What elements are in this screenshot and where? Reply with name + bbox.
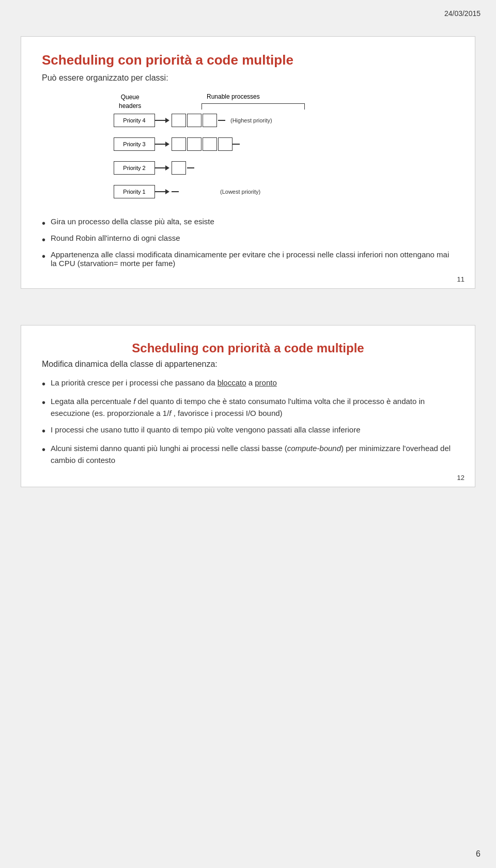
slide-2: Scheduling con priorità a code multiple … (21, 325, 475, 487)
slide2-bullet-list: La priorità cresce per i processi che pa… (42, 377, 454, 466)
slide2-bullet-3: I processi che usano tutto il quanto di … (42, 424, 454, 438)
slide2-bullet-4: Alcuni sistemi danno quanti più lunghi a… (42, 443, 454, 466)
priority4-box: Priority 4 (114, 114, 155, 127)
queue-diagram: Queueheaders Runable processes Priority … (103, 93, 393, 207)
p2-arrow-line (155, 167, 165, 168)
slide1-bullet-list: Gira un processo della classe più alta, … (42, 217, 454, 268)
p4-queue-box2 (187, 114, 202, 127)
priority1-row: Priority 1 (Lowest priority) (114, 185, 260, 198)
pronto-underline: pronto (255, 378, 277, 387)
p4-arrow-line (155, 120, 165, 121)
bullet-item-2: Round Robin all'interno di ogni classe (42, 234, 454, 246)
p4-arrow-head (165, 118, 169, 123)
p3-arrow-line (155, 144, 165, 145)
priority3-box: Priority 3 (114, 137, 155, 151)
highest-priority-label: (Highest priority) (230, 117, 272, 123)
slide2-title: Scheduling con priorità a code multiple (42, 341, 454, 355)
slide2-number: 12 (457, 474, 464, 482)
p3-end-line (233, 144, 240, 145)
slide2-bullet-1: La priorità cresce per i processi che pa… (42, 377, 454, 391)
bullet-item-1: Gira un processo della classe più alta, … (42, 217, 454, 229)
p4-queue-box3 (203, 114, 217, 127)
p1-empty-line (172, 191, 179, 192)
p1-arrow-head (165, 189, 169, 194)
bullet-item-3: Appartenenza alle classi modificata dina… (42, 250, 454, 268)
p2-arrow-head (165, 165, 169, 171)
runable-processes-label: Runable processes (207, 93, 260, 100)
page-number: 6 (476, 849, 481, 859)
slide1-number: 11 (457, 275, 464, 283)
bloccato-underline: bloccato (218, 378, 246, 387)
p3-queue-box1 (172, 137, 186, 151)
priority1-box: Priority 1 (114, 185, 155, 198)
p3-queue-box4 (218, 137, 233, 151)
slide2-bullet-2: Legata alla percentuale f del quanto di … (42, 396, 454, 419)
p3-arrow-head (165, 142, 169, 147)
date-header: 24/03/2015 (444, 9, 481, 18)
p3-queue-box2 (187, 137, 202, 151)
slide1-subtitle: Può essere organizzato per classi: (42, 73, 454, 83)
p2-end-line (187, 167, 194, 168)
priority2-box: Priority 2 (114, 161, 155, 175)
p4-end-line (218, 120, 225, 121)
lowest-priority-label: (Lowest priority) (220, 189, 260, 195)
slide1-title: Scheduling con priorità a code multiple (42, 52, 454, 68)
priority4-row: Priority 4 (Highest priority) (114, 114, 272, 127)
priority3-row: Priority 3 (114, 137, 240, 151)
runable-bracket (202, 103, 305, 110)
priority2-row: Priority 2 (114, 161, 194, 175)
queue-headers-label: Queueheaders (119, 93, 141, 111)
p1-arrow-line (155, 191, 165, 192)
p4-queue-box1 (172, 114, 186, 127)
p2-queue-box1 (172, 161, 186, 175)
slide2-subtitle: Modifica dinamica della classe di appart… (42, 360, 454, 369)
p3-queue-box3 (203, 137, 217, 151)
slide-1: Scheduling con priorità a code multiple … (21, 36, 475, 289)
